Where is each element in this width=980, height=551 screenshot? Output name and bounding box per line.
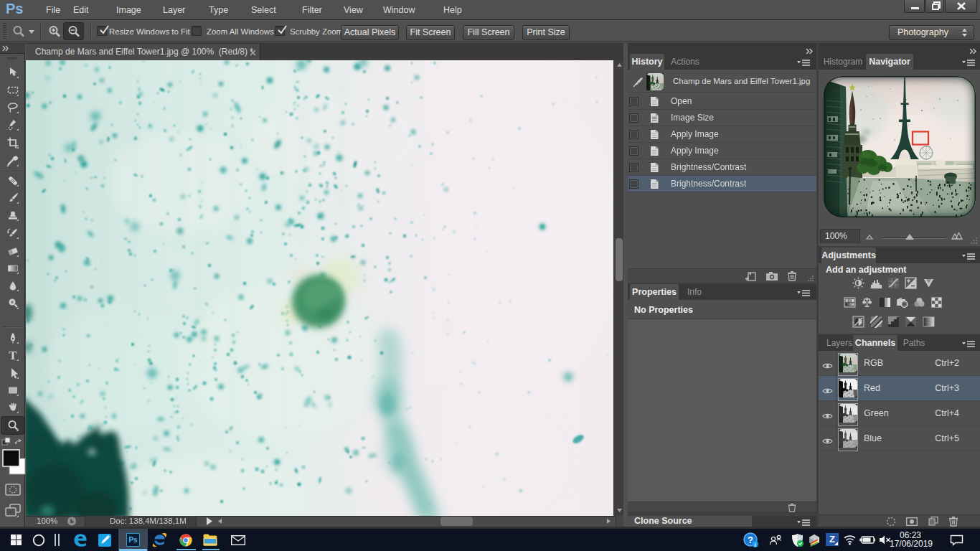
svg-text:T: T bbox=[9, 349, 17, 362]
svg-text:i: i bbox=[754, 542, 755, 548]
